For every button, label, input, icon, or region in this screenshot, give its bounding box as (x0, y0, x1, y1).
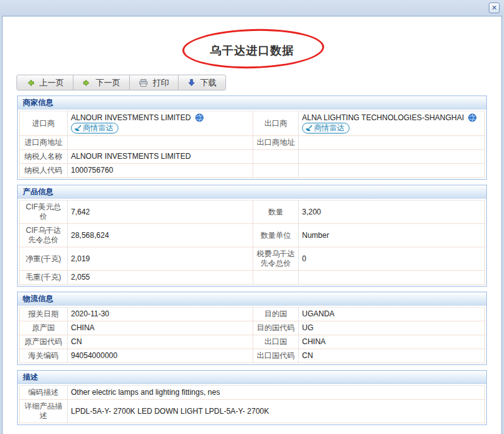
download-icon (187, 78, 196, 87)
exporter-value-cell: ALNA LIGHTING TECHNOLOGIES-SHANGHAI (299, 111, 485, 136)
merchant-table: 进口商 ALNOUR INVESTMENTS LIMITED (19, 111, 485, 178)
empty-cell (253, 164, 299, 178)
dialog-titlebar: ✕ (0, 0, 504, 16)
section-product-header: 产品信息 (18, 185, 486, 199)
section-logistics-header: 物流信息 (18, 292, 486, 306)
close-icon: ✕ (491, 4, 497, 11)
field-value: CN (299, 349, 485, 363)
logistics-table: 报关日期 2020-11-30 目的国 UGANDA 原产国 CHINA 目的国… (19, 307, 485, 363)
print-button[interactable]: 打印 (129, 75, 179, 90)
table-row: 毛重(千克) 2,055 (20, 271, 485, 285)
radar-label: 商情雷达 (314, 123, 344, 133)
importer-address-value (68, 136, 253, 150)
exporter-name: ALNA LIGHTING TECHNOLOGIES-SHANGHAI (302, 113, 464, 122)
close-button[interactable]: ✕ (489, 3, 500, 13)
taxpayer-name-label: 纳税人名称 (20, 150, 68, 164)
table-row: CIF美元总价 7,642 数量 3,200 (20, 201, 485, 224)
table-row: 详细产品描述 LPDL-5A-Y- 2700K LED DOWN LIGHT L… (20, 400, 485, 423)
field-label: 目的国代码 (253, 321, 299, 335)
section-merchant-info: 商家信息 进口商 ALNOUR INVESTMENTS LIMITED (17, 96, 487, 180)
table-row: 净重(千克) 2,019 税费乌干达先令总价 0 (20, 247, 485, 271)
title-area: 乌干达进口数据 (3, 16, 501, 75)
hs-description-label: 编码描述 (20, 386, 68, 400)
section-logistics-body: 报关日期 2020-11-30 目的国 UGANDA 原产国 CHINA 目的国… (18, 306, 486, 364)
product-description-value: LPDL-5A-Y- 2700K LED DOWN LIGHT LPDL-5A-… (68, 400, 485, 423)
field-value: 7,642 (68, 201, 253, 224)
field-label: 数量 (253, 201, 299, 224)
radar-icon (305, 125, 313, 132)
download-button[interactable]: 下载 (178, 75, 226, 90)
field-value: 0 (299, 247, 485, 271)
table-row: 进口商地址 出口商地址 (20, 136, 485, 150)
product-description-label: 详细产品描述 (20, 400, 68, 423)
importer-label: 进口商 (20, 111, 68, 136)
field-label: 原产国 (20, 321, 68, 335)
toolbar: 上一页 下一页 打印 下载 (16, 75, 501, 90)
exporter-address-label: 出口商地址 (253, 136, 299, 150)
field-label: 原产国代码 (20, 335, 68, 349)
download-label: 下载 (200, 77, 217, 89)
arrow-right-icon (82, 78, 91, 87)
taxpayer-name-value: ALNOUR INVESTMENTS LIMITED (68, 150, 253, 164)
field-label: 净重(千克) (20, 247, 68, 271)
field-label: 税费乌干达先令总价 (253, 247, 299, 271)
description-table: 编码描述 Other electric lamps and lighting f… (19, 385, 485, 423)
section-description: 描述 编码描述 Other electric lamps and lightin… (17, 370, 487, 425)
table-row: 纳税人名称 ALNOUR INVESTMENTS LIMITED (20, 150, 485, 164)
globe-icon[interactable] (468, 113, 477, 122)
hs-description-value: Other electric lamps and lighting fittin… (68, 386, 485, 400)
field-value: 28,568,624 (68, 224, 253, 247)
next-page-button[interactable]: 下一页 (73, 75, 130, 90)
arrow-left-icon (26, 78, 35, 87)
field-label (253, 271, 299, 285)
section-product-info: 产品信息 CIF美元总价 7,642 数量 3,200 CIF乌干达先令总价 2… (17, 185, 487, 287)
field-label: CIF乌干达先令总价 (20, 224, 68, 247)
field-value: CHINA (299, 335, 485, 349)
table-row: 报关日期 2020-11-30 目的国 UGANDA (20, 307, 485, 321)
field-label: 毛重(千克) (20, 271, 68, 285)
importer-value-cell: ALNOUR INVESTMENTS LIMITED 商情雷达 (68, 111, 253, 136)
table-row: 进口商 ALNOUR INVESTMENTS LIMITED (20, 111, 485, 136)
radar-icon (74, 125, 82, 132)
taxpayer-code-label: 纳税人代码 (20, 164, 68, 178)
section-product-body: CIF美元总价 7,642 数量 3,200 CIF乌干达先令总价 28,568… (18, 199, 486, 286)
field-value: 3,200 (299, 201, 485, 224)
field-label: 数量单位 (253, 224, 299, 247)
field-value (299, 271, 485, 285)
page-title: 乌干达进口数据 (3, 43, 501, 58)
printer-icon (139, 78, 148, 87)
table-row: 纳税人代码 1000756760 (20, 164, 485, 178)
empty-cell (299, 150, 485, 164)
empty-cell (299, 164, 485, 178)
empty-cell (253, 150, 299, 164)
dialog-panel: 乌干达进口数据 上一页 下一页 打印 (2, 16, 502, 434)
field-label: CIF美元总价 (20, 201, 68, 224)
prev-page-label: 上一页 (39, 77, 64, 89)
section-merchant-body: 进口商 ALNOUR INVESTMENTS LIMITED (18, 109, 486, 179)
table-row: 海关编码 94054000000 出口国代码 CN (20, 349, 485, 363)
field-value: 2,019 (68, 247, 253, 271)
field-value: Number (299, 224, 485, 247)
table-row: 原产国代码 CN 出口国 CHINA (20, 335, 485, 349)
radar-button[interactable]: 商情雷达 (302, 123, 350, 133)
radar-button[interactable]: 商情雷达 (71, 123, 118, 133)
section-description-header: 描述 (18, 371, 486, 384)
exporter-address-value (299, 136, 485, 150)
field-label: 出口国 (253, 335, 299, 349)
field-label: 目的国 (253, 307, 299, 321)
field-label: 海关编码 (20, 349, 68, 363)
table-row: 编码描述 Other electric lamps and lighting f… (20, 386, 485, 400)
globe-icon[interactable] (195, 113, 204, 122)
prev-page-button[interactable]: 上一页 (16, 75, 73, 90)
field-value: 2020-11-30 (68, 307, 253, 321)
section-description-body: 编码描述 Other electric lamps and lighting f… (18, 384, 486, 425)
field-value: CN (68, 335, 253, 349)
product-table: CIF美元总价 7,642 数量 3,200 CIF乌干达先令总价 28,568… (19, 200, 485, 285)
table-row: 原产国 CHINA 目的国代码 UG (20, 321, 485, 335)
taxpayer-code-value: 1000756760 (68, 164, 253, 178)
section-logistics-info: 物流信息 报关日期 2020-11-30 目的国 UGANDA 原产国 CHIN… (17, 292, 487, 365)
field-value: UG (299, 321, 485, 335)
field-label: 出口国代码 (253, 349, 299, 363)
importer-name: ALNOUR INVESTMENTS LIMITED (71, 113, 191, 122)
field-label: 报关日期 (20, 307, 68, 321)
